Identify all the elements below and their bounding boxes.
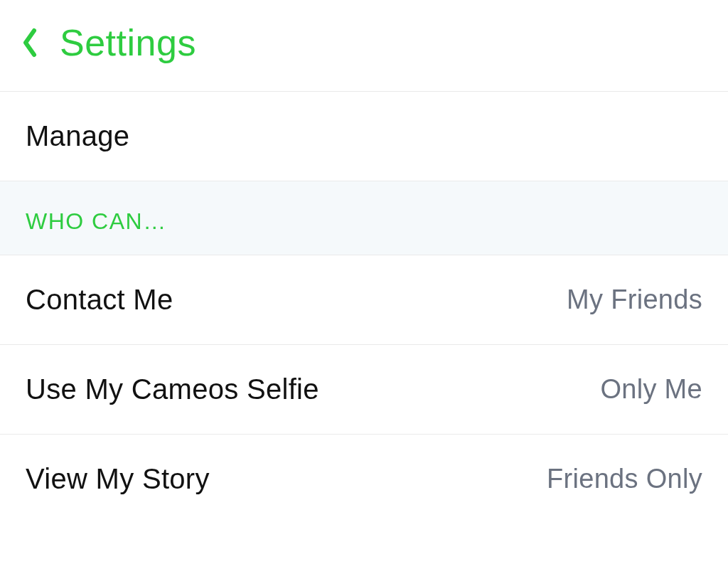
row-label-manage: Manage [26,120,129,152]
row-label-view-story: View My Story [26,463,210,495]
back-icon[interactable] [21,28,38,58]
row-label-cameos: Use My Cameos Selfie [26,373,319,405]
row-contact-me[interactable]: Contact Me My Friends [0,255,728,345]
page-title: Settings [60,21,196,64]
row-value-view-story: Friends Only [547,464,702,494]
section-header-who-can: WHO CAN… [0,181,728,255]
section-header-text: WHO CAN… [26,208,167,234]
settings-header: Settings [0,0,728,92]
row-label-contact-me: Contact Me [26,284,173,316]
row-value-contact-me: My Friends [567,284,702,315]
row-view-story[interactable]: View My Story Friends Only [0,435,728,523]
row-manage[interactable]: Manage [0,92,728,181]
row-value-cameos: Only Me [600,374,702,405]
row-cameos[interactable]: Use My Cameos Selfie Only Me [0,345,728,435]
